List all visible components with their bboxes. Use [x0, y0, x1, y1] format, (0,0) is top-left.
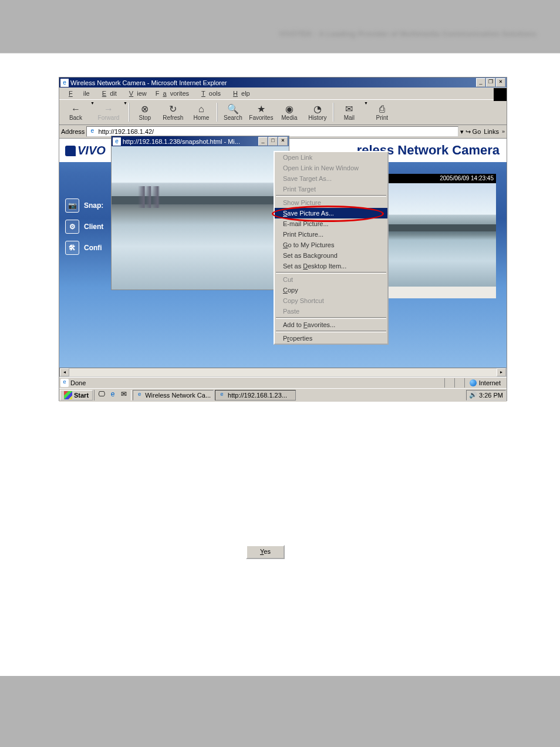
ctx-copy[interactable]: Copy	[275, 285, 387, 295]
forward-button[interactable]: →Forward	[95, 101, 123, 123]
clock: 3:26 PM	[479, 392, 503, 399]
menu-view[interactable]: View	[122, 88, 150, 99]
ctx-open-link-new: Open Link in New Window	[275, 163, 387, 173]
print-button[interactable]: ⎙Print	[368, 101, 396, 123]
mail-button[interactable]: ✉Mail	[335, 101, 363, 123]
status-pane	[454, 378, 464, 388]
window-titlebar[interactable]: e Wireless Network Camera - Microsoft In…	[59, 78, 507, 88]
links-button[interactable]: Links	[483, 128, 500, 135]
taskbar-item-2[interactable]: ehttp://192.168.1.23...	[215, 390, 296, 401]
start-button[interactable]: Start	[60, 390, 93, 401]
ie-icon: e	[60, 79, 69, 87]
globe-icon	[470, 379, 477, 386]
close-button[interactable]: ×	[278, 137, 288, 146]
mail-dropdown[interactable]: ▼	[364, 101, 368, 123]
separator	[333, 103, 334, 122]
doc-header: VIVOTEK - A Leading Provider of Multimed…	[0, 0, 560, 53]
go-button[interactable]: Go	[473, 128, 481, 135]
separator	[129, 103, 130, 122]
zone-pane: Internet	[464, 378, 505, 388]
stop-button[interactable]: ⊗Stop	[131, 101, 159, 123]
menu-favorites[interactable]: Favorites	[152, 88, 193, 99]
popup-titlebar[interactable]: e http://192.168.1.238/snapshot.html - M…	[112, 136, 289, 146]
browser-window: e Wireless Network Camera - Microsoft In…	[59, 77, 507, 401]
links-chevron[interactable]: »	[502, 129, 505, 134]
back-dropdown[interactable]: ▼	[90, 101, 95, 123]
throbber	[494, 88, 507, 101]
tray-icon[interactable]: 🔊	[469, 391, 477, 399]
scroll-right[interactable]: ▸	[497, 368, 506, 376]
address-dropdown[interactable]: ▾	[460, 128, 464, 136]
popup-content	[112, 146, 289, 290]
snapshot-image[interactable]	[112, 146, 289, 290]
menu-separator	[276, 331, 386, 332]
refresh-button[interactable]: ↻Refresh	[159, 101, 187, 123]
ctx-set-desktop[interactable]: Set as Desktop Item...	[275, 261, 387, 271]
ctx-show-picture: Show Picture	[275, 197, 387, 208]
menu-separator	[276, 272, 386, 274]
scroll-track[interactable]	[69, 368, 497, 376]
taskbar: Start 🖵 e ✉ eWireless Network Ca... ehtt…	[59, 388, 507, 402]
ctx-print-picture[interactable]: Print Picture...	[275, 229, 387, 240]
yes-button[interactable]: Yes	[246, 545, 285, 559]
search-button[interactable]: 🔍Search	[219, 101, 247, 123]
tools-icon: 🛠	[65, 241, 79, 255]
quick-launch: 🖵 e ✉	[94, 390, 131, 401]
menu-separator	[276, 317, 386, 319]
ie-icon: e	[218, 391, 226, 399]
horizontal-scrollbar[interactable]: ◂ ▸	[59, 368, 507, 377]
popup-window: e http://192.168.1.238/snapshot.html - M…	[111, 136, 289, 290]
content: e Wireless Network Camera - Microsoft In…	[0, 53, 560, 676]
ctx-save-target: Save Target As...	[275, 173, 387, 184]
ql-ie-icon[interactable]: e	[107, 390, 118, 401]
minimize-button[interactable]: _	[476, 78, 485, 87]
popup-title: http://192.168.1.238/snapshot.html - Mi.…	[123, 138, 258, 145]
menu-tools[interactable]: Tools	[194, 88, 224, 99]
menu-file[interactable]: File	[62, 88, 93, 99]
separator	[217, 103, 218, 122]
ctx-properties[interactable]: Properties	[275, 333, 387, 344]
window-title: Wireless Network Camera - Microsoft Inte…	[70, 79, 475, 86]
menubar[interactable]: File Edit View Favorites Tools Help	[59, 88, 507, 100]
ctx-set-background[interactable]: Set as Background	[275, 250, 387, 261]
close-button[interactable]: ×	[496, 78, 505, 87]
status-icon: e	[60, 379, 69, 387]
ctx-copy-shortcut: Copy Shortcut	[275, 295, 387, 306]
ctx-print-target: Print Target	[275, 184, 387, 194]
ctx-save-picture-as[interactable]: Save Picture As...	[275, 208, 387, 218]
vivotek-logo: VIVO	[65, 144, 106, 157]
gear-icon: ⚙	[65, 220, 79, 234]
ctx-goto-mypictures[interactable]: Go to My Pictures	[275, 240, 387, 250]
status-bar: e Done Internet	[59, 377, 507, 388]
ctx-cut: Cut	[275, 274, 387, 285]
page-icon: e	[88, 127, 96, 136]
favorites-button[interactable]: ★Favorites	[247, 101, 275, 123]
ctx-open-link: Open Link	[275, 152, 387, 163]
media-button[interactable]: ◉Media	[275, 101, 303, 123]
home-button[interactable]: ⌂Home	[187, 101, 215, 123]
go-icon: ↪	[465, 128, 471, 136]
camera-icon: 📷	[65, 198, 79, 213]
scroll-left[interactable]: ◂	[60, 368, 69, 376]
ctx-add-favorites[interactable]: Add to Favorites...	[275, 319, 387, 330]
maximize-button[interactable]: ❐	[486, 78, 495, 87]
ctx-email-picture[interactable]: E-mail Picture...	[275, 218, 387, 229]
image-detail	[138, 186, 200, 208]
header-blurred-text: VIVOTEK - A Leading Provider of Multimed…	[279, 29, 537, 38]
ql-desktop-icon[interactable]: 🖵	[96, 390, 107, 401]
back-button[interactable]: ←Back	[62, 101, 90, 123]
toolbar: ←Back▼ →Forward▼ ⊗Stop ↻Refresh ⌂Home 🔍S…	[59, 100, 507, 125]
history-button[interactable]: ◔History	[303, 101, 332, 123]
ctx-paste: Paste	[275, 306, 387, 317]
menu-help[interactable]: Help	[226, 88, 254, 99]
address-label: Address	[61, 128, 85, 135]
minimize-button[interactable]: _	[258, 137, 268, 146]
maximize-button[interactable]: □	[268, 137, 278, 146]
taskbar-item-1[interactable]: eWireless Network Ca...	[133, 390, 214, 401]
doc-footer	[0, 676, 560, 747]
ql-oe-icon[interactable]: ✉	[119, 390, 129, 401]
system-tray[interactable]: 🔊 3:26 PM	[466, 390, 506, 401]
forward-dropdown[interactable]: ▼	[123, 101, 127, 123]
menu-edit[interactable]: Edit	[95, 88, 120, 99]
status-pane	[444, 378, 454, 388]
